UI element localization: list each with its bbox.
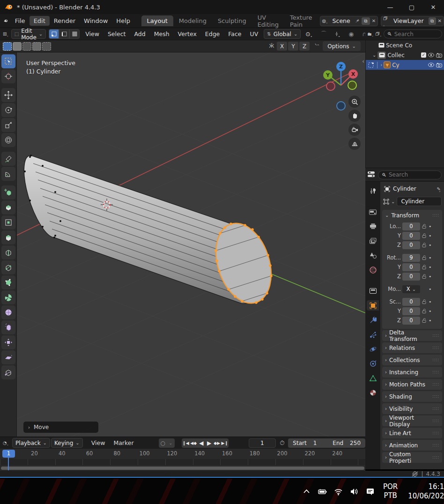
menu-edge[interactable]: Edge — [201, 30, 223, 38]
tab-material[interactable] — [367, 387, 379, 398]
scale-x-field[interactable]: 0 — [402, 298, 420, 306]
options-dropdown[interactable]: Options ⌄ — [323, 41, 361, 51]
menu-add[interactable]: Add — [130, 30, 149, 38]
outliner-row-scene-collection[interactable]: Scene Co — [366, 40, 444, 50]
rotation-x-field[interactable]: 9 — [402, 254, 420, 262]
drag-handle-icon[interactable]: :::: — [432, 370, 439, 374]
timeline-scrollbar[interactable] — [0, 465, 365, 471]
tool-select-box[interactable] — [1, 54, 15, 68]
play-reverse-button[interactable]: ◀ — [198, 438, 206, 448]
tool-rip-region[interactable] — [1, 365, 15, 379]
scene-selector[interactable]: ◍˯ Scene 📌︎ ⧉ ✕ — [320, 16, 378, 26]
panel-header[interactable]: ›Instancing:::: — [382, 367, 442, 378]
prev-keyframe-button[interactable]: ◀◆ — [190, 438, 198, 448]
tool-shear[interactable] — [1, 350, 15, 364]
playback-dropdown[interactable]: Playback⌄ — [12, 438, 50, 448]
camera-view-button[interactable] — [348, 124, 361, 136]
jump-to-start-button[interactable]: ❙◀ — [182, 438, 190, 448]
panel-header[interactable]: ›Viewport Display:::: — [382, 415, 442, 426]
menu-file[interactable]: File — [11, 16, 30, 26]
tab-object-data[interactable] — [367, 373, 379, 383]
tool-loop-cut[interactable] — [1, 245, 15, 259]
tool-transform[interactable] — [1, 133, 15, 147]
tab-object[interactable] — [367, 300, 379, 311]
animate-dot-icon[interactable]: • — [429, 286, 432, 292]
new-viewlayer-button[interactable]: ⧉ — [429, 17, 436, 25]
animate-dot-icon[interactable]: • — [429, 274, 432, 280]
timeline-ruler[interactable]: 20406080100120140160180200220240 1 — [0, 449, 365, 459]
scene-name[interactable]: Scene — [330, 17, 353, 24]
jump-to-end-button[interactable]: ▶❙ — [221, 438, 229, 448]
workspace-tab-texture-paint[interactable]: Texture Pain — [284, 12, 318, 30]
tab-particles[interactable] — [367, 329, 379, 340]
auto-keyframe-button[interactable]: ○ — [159, 438, 167, 448]
drag-handle-icon[interactable]: :::: — [432, 455, 439, 460]
menu-marker[interactable]: Marker — [110, 438, 137, 447]
start-value[interactable]: 1 — [313, 440, 317, 446]
tool-extrude-region[interactable] — [1, 200, 15, 215]
lock-icon[interactable] — [422, 274, 427, 279]
wifi-icon[interactable] — [334, 487, 343, 496]
tab-modifiers[interactable] — [367, 315, 379, 325]
battery-icon[interactable] — [318, 487, 327, 496]
tool-spin[interactable] — [1, 290, 15, 304]
menu-view[interactable]: View — [81, 30, 103, 38]
workspace-tab-sculpting[interactable]: Sculpting — [212, 15, 252, 26]
pin-icon[interactable]: 📌︎ — [355, 18, 360, 23]
edge-select-button[interactable] — [59, 29, 69, 39]
panel-header[interactable]: ›Collections:::: — [382, 355, 442, 365]
collection-checkbox[interactable]: ✓ — [421, 52, 426, 58]
gizmo-z-neg[interactable] — [337, 102, 345, 110]
workspace-tab-layout[interactable]: Layout — [141, 15, 173, 26]
timeline-editor-icon[interactable]: ◔˯ — [3, 440, 8, 445]
tool-bevel[interactable] — [1, 230, 15, 245]
timeline-track[interactable] — [0, 459, 365, 465]
end-value[interactable]: 250 — [350, 440, 361, 446]
select-intersect-button[interactable] — [42, 42, 51, 51]
menu-mesh[interactable]: Mesh — [150, 30, 173, 38]
transform-panel-header[interactable]: ⌄ Transform :::: — [382, 210, 442, 221]
panel-header[interactable]: ›Line Art:::: — [382, 428, 442, 438]
animate-dot-icon[interactable]: • — [429, 318, 432, 324]
scrollbar-handle[interactable] — [1, 467, 364, 470]
collapse-sidebar-icon[interactable]: ‹ — [362, 58, 364, 65]
tab-scene[interactable] — [367, 250, 379, 260]
menu-vertex[interactable]: Vertex — [174, 30, 200, 38]
lock-icon[interactable] — [422, 318, 427, 323]
notifications-icon[interactable] — [366, 487, 375, 496]
pivot-point-dropdown[interactable]: ⊙˯ — [302, 30, 316, 38]
disable-render-icon[interactable] — [436, 52, 442, 59]
vertex-select-button[interactable] — [49, 29, 59, 39]
menu-help[interactable]: Help — [112, 16, 134, 26]
tab-output[interactable] — [367, 221, 379, 231]
rotation-z-field[interactable]: 0 — [402, 273, 420, 281]
drag-handle-icon[interactable]: :::: — [432, 382, 439, 386]
autokey-dropdown-icon[interactable]: ⌄ — [167, 438, 175, 448]
close-button[interactable]: ✕ — [422, 0, 444, 14]
properties-editor-icon[interactable] — [368, 171, 375, 178]
zoom-button[interactable] — [348, 96, 361, 108]
viewport-3d[interactable]: Z Y X User Perspective (1) Cylinder ‹ › … — [17, 52, 365, 437]
snap-toggle-icon[interactable]: ⌒ — [317, 29, 331, 39]
menu-window[interactable]: Window — [80, 16, 112, 26]
orientation-dropdown[interactable]: ⇅ Global ⌄ — [264, 29, 301, 39]
perspective-toggle-button[interactable] — [348, 138, 361, 150]
drag-handle-icon[interactable]: :::: — [432, 407, 439, 411]
tool-poly-build[interactable] — [1, 275, 15, 289]
menu-render[interactable]: Render — [50, 16, 80, 26]
outliner-label[interactable]: Cy — [392, 62, 399, 68]
tab-constraints[interactable] — [367, 358, 379, 369]
tool-measure[interactable] — [1, 167, 15, 181]
drag-handle-icon[interactable]: :::: — [432, 346, 439, 350]
proportional-edit-icon[interactable]: ◉ — [345, 30, 357, 38]
workspace-tab-modeling[interactable]: Modeling — [173, 15, 212, 26]
current-frame-field[interactable]: 1 — [249, 438, 276, 448]
drag-handle-icon[interactable]: :::: — [432, 394, 439, 399]
animate-dot-icon[interactable]: • — [429, 264, 432, 270]
scale-z-field[interactable]: 0 — [402, 317, 420, 325]
tool-annotate[interactable] — [1, 152, 15, 166]
hide-eye-icon[interactable] — [428, 52, 434, 59]
menu-select[interactable]: Select — [104, 30, 130, 38]
rotation-y-field[interactable]: 0 — [402, 263, 420, 271]
animate-dot-icon[interactable]: • — [429, 233, 432, 239]
